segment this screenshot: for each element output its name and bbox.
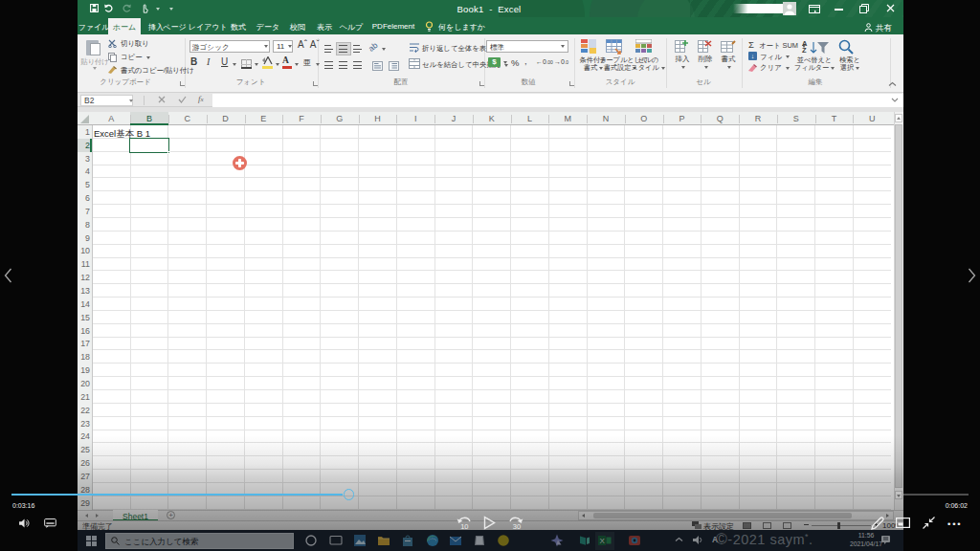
- svg-text:30: 30: [513, 522, 521, 530]
- svg-text:X: X: [599, 537, 605, 545]
- svg-text:10: 10: [460, 522, 468, 530]
